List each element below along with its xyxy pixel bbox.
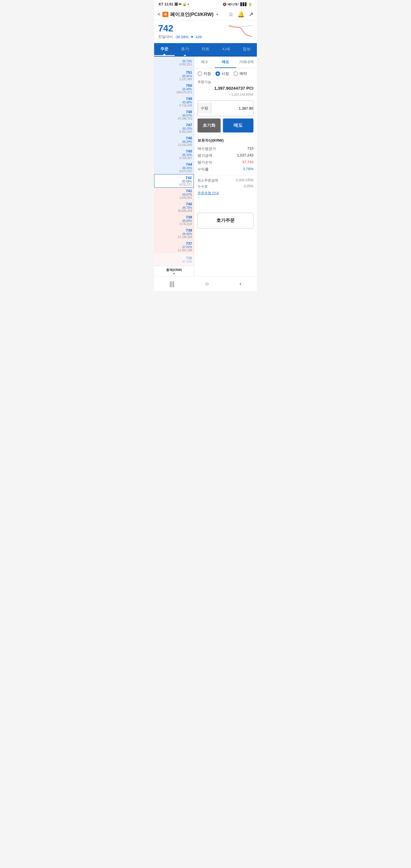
bell-icon[interactable]: 🔔 xyxy=(238,11,245,18)
order-guide-link[interactable]: 주문유형 안내 xyxy=(194,190,257,198)
mute-icon: 🔇 xyxy=(223,3,227,6)
ob-row-buy-5[interactable]: 736 -37.10% xyxy=(154,253,194,266)
balance-amount: 1,397.90244737 PCI xyxy=(194,85,257,93)
page-header: < 유 페이코인(PCI/KRW) ▼ ☆ 🔔 ↗ xyxy=(154,8,257,20)
mini-chart xyxy=(227,23,253,38)
change-label: 전일대비 xyxy=(158,34,173,39)
ob-row-buy-1[interactable]: 740 -36.75% 20,695,293 xyxy=(154,201,194,214)
battery-icon: 🔋 xyxy=(248,3,252,6)
portfolio-row-0: 매수평균가 715 xyxy=(197,145,253,152)
change-amount: 428 xyxy=(195,35,202,39)
eval-amount-value: 1,037,243 xyxy=(237,153,253,158)
price-section: 742 전일대비 -36.58% ▼ 428 xyxy=(154,20,257,43)
radio-예약-circle[interactable] xyxy=(233,71,238,76)
return-rate-value: 3.78% xyxy=(243,167,253,172)
status-time: 11:01 xyxy=(164,2,173,6)
balance-krw: ≈ 1,037,243 KRW xyxy=(194,93,257,98)
min-order-value: 5,000 KRW xyxy=(236,178,253,183)
ob-row-top-partial[interactable]: -35.73% 4,952,051 xyxy=(154,57,194,69)
min-order-row: 최소주문금액 5,000 KRW xyxy=(194,178,257,184)
dropdown-arrow-icon[interactable]: ▼ xyxy=(216,13,219,16)
radio-지정-circle[interactable] xyxy=(197,71,202,76)
ob-row-current[interactable]: 742 -36.58% 4,632,571 xyxy=(154,174,194,188)
eval-amount-label: 평가금액 xyxy=(197,153,212,158)
eval-pnl-label: 평가손익 xyxy=(197,160,212,165)
radio-시장-circle[interactable] xyxy=(216,71,220,76)
tab-주문[interactable]: 주문 xyxy=(154,43,175,56)
tab-buy[interactable]: 매수 xyxy=(194,57,215,68)
radio-예약-label: 예약 xyxy=(240,71,247,76)
header-left: < 유 페이코인(PCI/KRW) ▼ xyxy=(158,11,219,18)
balance-label: 주문가능 xyxy=(194,78,257,85)
ob-row-sell-7[interactable]: 744 -36.41% 9,072,022 xyxy=(154,161,194,174)
portfolio-section: 보유자산(KRW) 매수평균가 715 평가금액 1,037,243 평가손익 … xyxy=(194,135,257,173)
return-rate-label: 수익률 xyxy=(197,167,209,172)
ob-row-sell-6[interactable]: 745 -36.32% 5,705,507 xyxy=(154,148,194,161)
change-pct: -36.58% xyxy=(175,35,188,39)
tab-history[interactable]: 거래내역 xyxy=(236,57,257,68)
avg-buy-label: 매수평균가 xyxy=(197,146,216,151)
portfolio-row-1: 평가금액 1,037,243 xyxy=(197,152,253,159)
tab-정보[interactable]: 정보 xyxy=(236,43,257,56)
ob-row-buy-4[interactable]: 737 -37.01% 11,201,148 xyxy=(154,240,194,253)
status-right: 🔇 HD LTE⁺ ▋▋▋ 🔋 xyxy=(223,3,252,6)
change-arrow-icon: ▼ xyxy=(190,35,194,39)
bottom-navigation: ||| ○ ‹ xyxy=(154,276,257,291)
total-label: 총액(KRW) xyxy=(166,268,182,272)
menu-icon[interactable]: ||| xyxy=(169,280,175,287)
divider xyxy=(197,175,253,175)
min-order-label: 최소주문금액 xyxy=(197,178,218,183)
header-icons: ☆ 🔔 ↗ xyxy=(228,11,253,18)
reset-button[interactable]: 초기화 xyxy=(197,119,221,132)
share-icon[interactable]: ↗ xyxy=(249,11,253,18)
portfolio-row-3: 수익률 3.78% xyxy=(197,166,253,173)
tab-sell[interactable]: 매도 xyxy=(215,57,236,68)
tab-indicator xyxy=(163,54,166,55)
home-icon[interactable]: ○ xyxy=(205,280,209,287)
current-price: 742 xyxy=(158,23,202,34)
radio-시장[interactable]: 시장 xyxy=(216,71,229,76)
tab-indicator xyxy=(184,55,186,56)
order-type-selection: 지정 시장 예약 xyxy=(194,68,257,78)
ob-row-buy-0[interactable]: 741 -36.67% 1,633,581 xyxy=(154,188,194,201)
order-book-footer: 총액(KRW) ▲ xyxy=(154,266,194,276)
main-tabs: 주문 호가 차트 시세 정보 xyxy=(154,43,257,57)
quantity-input[interactable] xyxy=(211,103,253,113)
ob-row-sell-3[interactable]: 748 -36.07% 47,399,701 xyxy=(154,108,194,122)
radio-예약[interactable]: 예약 xyxy=(233,71,247,76)
back-nav-icon[interactable]: ‹ xyxy=(240,280,242,287)
ob-row-sell-4[interactable]: 747 -36.15% 8,362,645 xyxy=(154,122,194,135)
coin-badge: 유 xyxy=(162,12,168,17)
radio-시장-label: 시장 xyxy=(221,71,229,76)
tab-호가[interactable]: 호가 xyxy=(175,43,195,56)
ob-row-sell-2[interactable]: 749 -35.98% 6,724,198 xyxy=(154,95,194,108)
hd-icon: HD LTE⁺ xyxy=(228,3,239,6)
order-panel: 매수 매도 거래내역 지정 시장 예약 주문가능 1,397.90244737 … xyxy=(194,57,257,276)
ob-row-sell-0[interactable]: 751 -35.81% 2,337,489 xyxy=(154,69,194,82)
ob-row-buy-3[interactable]: 738 -36.92% 37,194,200 xyxy=(154,227,194,240)
fee-label: 수수료 xyxy=(197,184,208,189)
carrier-label: KT xyxy=(159,2,163,6)
status-left: KT 11:01 🖼 ✏ 🔒 • xyxy=(159,2,189,6)
ob-row-buy-2[interactable]: 739 -36.84% 3,741,618 xyxy=(154,214,194,227)
avg-buy-value: 715 xyxy=(247,146,253,151)
star-icon[interactable]: ☆ xyxy=(228,11,233,18)
sell-button[interactable]: 매도 xyxy=(223,119,253,132)
market-order-button[interactable]: 호가주문 xyxy=(197,213,253,228)
radio-지정[interactable]: 지정 xyxy=(197,71,211,76)
dropdown-footer-icon: ▲ xyxy=(173,272,175,275)
ob-row-sell-1[interactable]: 750 -35.90% 100,075,471 xyxy=(154,82,194,95)
signal-icon: ▋▋▋ xyxy=(240,3,247,6)
fee-row: 수수료 0.05% xyxy=(194,184,257,190)
portfolio-row-2: 평가손익 37,743 xyxy=(197,159,253,166)
back-button[interactable]: < xyxy=(158,11,161,18)
order-type-tabs: 매수 매도 거래내역 xyxy=(194,57,257,68)
main-layout: -35.73% 4,952,051 751 -35.81% 2,337,489 … xyxy=(154,57,257,276)
ob-row-sell-5[interactable]: 746 -36.24% 11,541,045 xyxy=(154,135,194,148)
price-info: 742 전일대비 -36.58% ▼ 428 xyxy=(158,23,202,39)
tab-시세[interactable]: 시세 xyxy=(216,43,236,56)
price-change: 전일대비 -36.58% ▼ 428 xyxy=(158,34,202,39)
tab-차트[interactable]: 차트 xyxy=(195,43,216,56)
status-bar: KT 11:01 🖼 ✏ 🔒 • 🔇 HD LTE⁺ ▋▋▋ 🔋 xyxy=(154,0,257,8)
action-buttons: 초기화 매도 xyxy=(197,119,253,132)
